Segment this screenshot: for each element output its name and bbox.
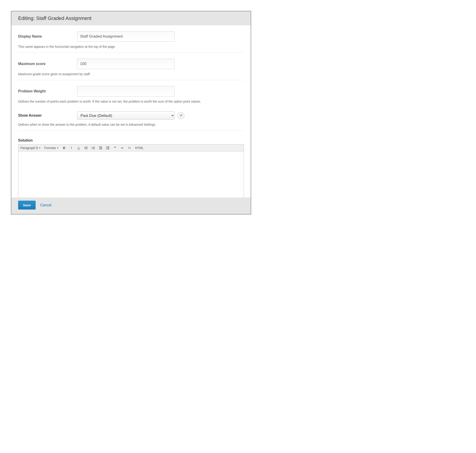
maximum-score-help: Maximum grade score given to assignment … (18, 72, 244, 76)
indent-button[interactable] (106, 146, 110, 150)
modal-header: Editing: Staff Graded Assignment (11, 11, 251, 25)
problem-weight-input[interactable] (77, 86, 174, 97)
svg-rect-14 (100, 148, 102, 149)
display-name-help: This name appears in the horizontal navi… (18, 45, 244, 49)
field-maximum-score: Maximum score Maximum grade score given … (18, 53, 244, 80)
paragraph-label: Paragraph (20, 146, 35, 150)
html-button[interactable]: HTML (135, 146, 144, 150)
numbered-list-icon: 123 (92, 147, 95, 149)
svg-rect-5 (86, 149, 87, 149)
field-display-name: Display Name This name appears in the ho… (18, 25, 244, 53)
svg-text:3: 3 (92, 148, 92, 149)
editor-toolbar: Paragraph Formats B I U 123 (18, 144, 244, 152)
underline-button[interactable]: U (77, 146, 81, 150)
show-answer-help: Defines when to show the answer to the p… (18, 123, 244, 126)
unlink-button[interactable] (127, 146, 131, 150)
formats-label: Formats (44, 146, 56, 150)
quote-button[interactable]: ❝ (113, 145, 117, 150)
bullet-list-icon (84, 147, 87, 149)
svg-point-0 (84, 147, 85, 148)
modal-footer: Save Cancel (11, 198, 251, 214)
display-name-input[interactable] (77, 31, 174, 42)
numbered-list-button[interactable]: 123 (91, 146, 95, 150)
svg-rect-13 (100, 148, 102, 148)
outdent-icon (99, 147, 102, 149)
paragraph-dropdown[interactable]: Paragraph (20, 146, 41, 150)
svg-rect-15 (99, 149, 102, 149)
svg-marker-21 (106, 148, 107, 148)
editor-modal: Editing: Staff Graded Assignment Display… (11, 11, 251, 214)
maximum-score-input[interactable] (77, 59, 174, 69)
bold-button[interactable]: B (62, 146, 66, 150)
svg-rect-18 (108, 148, 109, 148)
save-button[interactable]: Save (18, 201, 36, 210)
problem-weight-label: Problem Weight (18, 89, 77, 93)
solution-label: Solution (18, 131, 244, 142)
svg-marker-16 (99, 148, 100, 148)
undo-icon: ↺ (180, 113, 182, 118)
display-name-label: Display Name (18, 35, 77, 38)
svg-rect-12 (99, 147, 102, 147)
modal-body[interactable]: Display Name This name appears in the ho… (11, 25, 251, 198)
cancel-button[interactable]: Cancel (40, 203, 51, 207)
rich-text-editor: Paragraph Formats B I U 123 (18, 144, 244, 198)
solution-textarea[interactable] (18, 152, 244, 198)
svg-rect-1 (86, 147, 87, 147)
problem-weight-help: Defines the number of points each proble… (18, 100, 244, 103)
link-button[interactable] (120, 146, 124, 150)
reset-button[interactable]: ↺ (177, 112, 185, 119)
svg-point-4 (84, 149, 85, 149)
svg-rect-9 (93, 148, 95, 148)
svg-rect-11 (93, 149, 95, 149)
svg-point-2 (84, 148, 85, 148)
svg-rect-17 (106, 147, 109, 147)
field-solution: Solution Paragraph Formats B I U (18, 131, 244, 198)
svg-rect-3 (86, 148, 87, 148)
svg-rect-20 (106, 149, 109, 149)
svg-rect-7 (93, 147, 95, 147)
maximum-score-label: Maximum score (18, 62, 77, 66)
indent-icon (106, 147, 109, 149)
caret-down-icon (57, 148, 59, 149)
show-answer-label: Show Answer (18, 113, 77, 118)
bullet-list-button[interactable] (84, 146, 88, 150)
show-answer-select[interactable]: Past Due (Default) (77, 111, 174, 120)
svg-rect-19 (108, 148, 109, 149)
unlink-icon (128, 146, 131, 149)
field-show-answer: Show Answer Past Due (Default) ↺ Defines… (18, 107, 244, 131)
paragraph-icon (36, 146, 38, 149)
modal-title: Editing: Staff Graded Assignment (18, 15, 244, 21)
link-icon (121, 146, 124, 149)
caret-down-icon (39, 148, 41, 149)
outdent-button[interactable] (98, 146, 102, 150)
field-problem-weight: Problem Weight Defines the number of poi… (18, 80, 244, 107)
formats-dropdown[interactable]: Formats (44, 146, 59, 150)
italic-button[interactable]: I (69, 146, 73, 150)
